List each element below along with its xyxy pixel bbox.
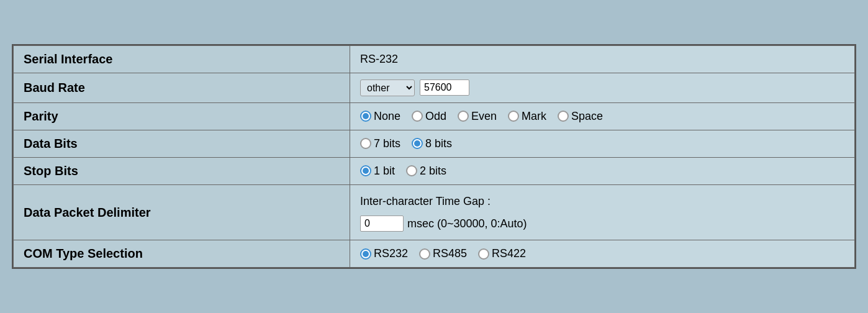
label-0: Serial Interface	[14, 45, 350, 73]
radio-item-space[interactable]: Space	[558, 110, 603, 123]
value-cell-4: 1 bit2 bits	[350, 157, 855, 184]
radio-item-odd[interactable]: Odd	[412, 110, 446, 123]
radio-rs232[interactable]	[360, 248, 371, 260]
serial-config-table: Serial InterfaceRS-232Baud Rateother9600…	[12, 44, 856, 270]
radio-item-rs232[interactable]: RS232	[360, 247, 408, 260]
serial-interface-value: RS-232	[360, 53, 398, 65]
time-gap-input[interactable]	[360, 215, 404, 232]
radio-group-com-type-selection: RS232RS485RS422	[360, 247, 844, 260]
radio-1-bit[interactable]	[360, 165, 371, 176]
radio-item-2-bits[interactable]: 2 bits	[406, 165, 446, 178]
label-5: Data Packet Delimiter	[14, 184, 350, 240]
delimiter-input-row: msec (0~30000, 0:Auto)	[360, 214, 844, 234]
value-cell-5: Inter-character Time Gap :msec (0~30000,…	[350, 184, 855, 240]
radio-rs485[interactable]	[419, 248, 430, 260]
radio-item-8-bits[interactable]: 8 bits	[412, 137, 452, 150]
time-gap-label: msec (0~30000, 0:Auto)	[407, 214, 527, 234]
value-cell-6: RS232RS485RS422	[350, 240, 855, 268]
radio-group-parity: NoneOddEvenMarkSpace	[360, 110, 844, 123]
radio-group-data-bits: 7 bits8 bits	[360, 137, 844, 150]
radio-odd[interactable]	[412, 111, 423, 122]
radio-item-rs422[interactable]: RS422	[478, 247, 526, 260]
baud-rate-input[interactable]	[420, 79, 469, 96]
radio-item-7-bits[interactable]: 7 bits	[360, 137, 400, 150]
baud-rate-select[interactable]: other9600192003840057600115200	[360, 79, 415, 96]
value-cell-3: 7 bits8 bits	[350, 130, 855, 157]
value-cell-1: other9600192003840057600115200	[350, 73, 855, 102]
radio-none[interactable]	[360, 111, 371, 122]
radio-8-bits[interactable]	[412, 138, 423, 149]
radio-space[interactable]	[558, 111, 569, 122]
value-cell-0: RS-232	[350, 45, 855, 73]
radio-item-mark[interactable]: Mark	[508, 110, 546, 123]
label-4: Stop Bits	[14, 157, 350, 184]
radio-7-bits[interactable]	[360, 138, 371, 149]
radio-rs422[interactable]	[478, 248, 489, 260]
radio-2-bits[interactable]	[406, 165, 417, 176]
radio-mark[interactable]	[508, 111, 519, 122]
value-cell-2: NoneOddEvenMarkSpace	[350, 102, 855, 130]
label-1: Baud Rate	[14, 73, 350, 102]
label-6: COM Type Selection	[14, 240, 350, 268]
radio-item-1-bit[interactable]: 1 bit	[360, 165, 395, 178]
radio-even[interactable]	[458, 111, 469, 122]
radio-item-even[interactable]: Even	[458, 110, 497, 123]
radio-item-rs485[interactable]: RS485	[419, 247, 467, 260]
delimiter-line1: Inter-character Time Gap :	[360, 191, 844, 211]
radio-group-stop-bits: 1 bit2 bits	[360, 165, 844, 178]
radio-item-none[interactable]: None	[360, 110, 400, 123]
label-2: Parity	[14, 102, 350, 130]
label-3: Data Bits	[14, 130, 350, 157]
